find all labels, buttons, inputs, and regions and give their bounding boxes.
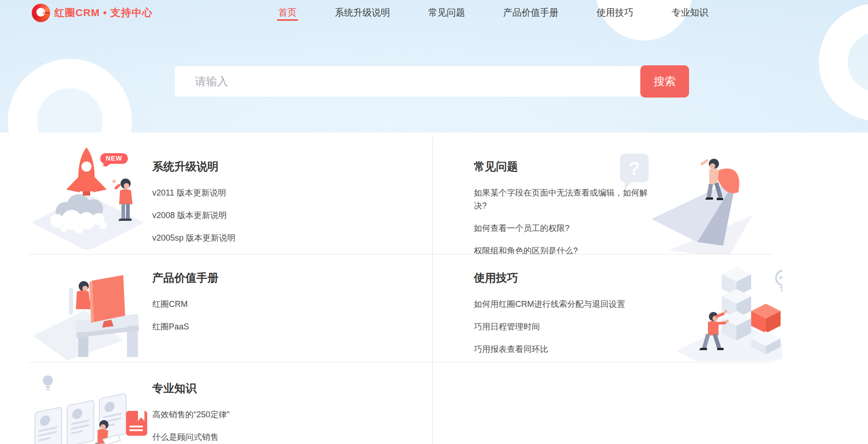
desk-illustration-wrap (29, 254, 144, 362)
search-input[interactable] (175, 66, 643, 97)
new-badge: NEW (100, 153, 128, 164)
nav-item-product-value[interactable]: 产品价值手册 (503, 0, 558, 25)
faq-texts: 常见问题 如果某个字段在页面中无法查看或编辑，如何解决? 如何查看一个员工的权限… (433, 133, 651, 254)
article-link[interactable]: 权限组和角色的区别是什么? (474, 244, 578, 254)
paper-plane-illustration: ? (619, 150, 766, 254)
article-link[interactable]: 红圈PaaS (152, 320, 189, 333)
section-title: 使用技巧 (474, 271, 651, 285)
article-link[interactable]: v2005sp 版本更新说明 (152, 231, 236, 244)
logo-crm-text: CRM (43, 12, 49, 14)
article-link[interactable]: 红圈CRM (152, 298, 188, 311)
product-value-texts: 产品价值手册 红圈CRM 红圈PaaS (152, 254, 218, 362)
red-cube (751, 304, 781, 333)
decor-ring-left (8, 59, 132, 133)
article-link[interactable]: 巧用日程管理时间 (474, 320, 540, 333)
nav-item-faq[interactable]: 常见问题 (428, 0, 465, 25)
question-bubble: ? (620, 154, 649, 190)
rocket-illustration-wrap: NEW (29, 133, 144, 254)
nav-item-system-upgrade[interactable]: 系统升级说明 (335, 0, 390, 25)
search-button[interactable]: 搜索 (640, 65, 689, 98)
support-center-page: CRM 红圈CRM • 支持中心 首页 系统升级说明 常见问题 产品价值手册 使… (0, 0, 868, 444)
section-tips: 使用技巧 如何用红圈CRM进行线索分配与退回设置 巧用日程管理时间 巧用报表查看… (433, 254, 782, 362)
site-title: 红圈CRM • 支持中心 (54, 6, 153, 20)
search-bar: 搜索 (175, 66, 689, 98)
section-product-value: 产品价值手册 红圈CRM 红圈PaaS (29, 254, 432, 362)
article-link[interactable]: v2011 版本更新说明 (152, 186, 226, 199)
documents-illustration-wrap (29, 362, 144, 444)
section-title: 专业知识 (152, 381, 230, 396)
hongquan-crm-logo-icon: CRM (32, 4, 50, 22)
knowledge-cards-illustration (30, 369, 159, 444)
tips-texts: 使用技巧 如何用红圈CRM进行线索分配与退回设置 巧用日程管理时间 巧用报表查看… (433, 254, 651, 362)
article-link[interactable]: 什么是顾问式销售 (152, 431, 218, 444)
article-link[interactable]: 如何用红圈CRM进行线索分配与退回设置 (474, 298, 625, 311)
article-link[interactable]: 如何查看一个员工的权限? (474, 222, 569, 235)
article-link[interactable]: v2008 版本更新说明 (152, 209, 227, 222)
article-link[interactable]: 高效销售的“250定律” (152, 408, 230, 421)
nav-item-tips[interactable]: 使用技巧 (597, 0, 633, 25)
section-title: 产品价值手册 (152, 271, 218, 285)
person-at-desk-illustration (33, 261, 144, 360)
section-system-upgrade: NEW (29, 133, 432, 254)
content-area: NEW (0, 133, 868, 444)
building-blocks-illustration (658, 262, 782, 361)
section-faq: 常见问题 如果某个字段在页面中无法查看或编辑，如何解决? 如何查看一个员工的权限… (433, 133, 782, 254)
article-link[interactable]: 巧用报表查看同环比 (474, 343, 548, 356)
brand[interactable]: CRM 红圈CRM • 支持中心 (32, 0, 153, 25)
rocket (66, 147, 107, 196)
main-nav: 首页 系统升级说明 常见问题 产品价值手册 使用技巧 专业知识 (278, 0, 708, 25)
nav-item-home[interactable]: 首页 (278, 0, 297, 25)
knowledge-texts: 专业知识 高效销售的“250定律” 什么是顾问式销售 (152, 362, 230, 444)
top-header: CRM 红圈CRM • 支持中心 首页 系统升级说明 常见问题 产品价值手册 使… (0, 0, 868, 25)
question-mark: ? (629, 158, 640, 179)
section-knowledge: 专业知识 高效销售的“250定律” 什么是顾问式销售 (29, 362, 432, 444)
lightbulb-icon (776, 271, 782, 290)
section-title: 系统升级说明 (152, 159, 236, 174)
nav-item-knowledge[interactable]: 专业知识 (672, 0, 708, 25)
red-book-icon (126, 411, 147, 436)
system-upgrade-texts: 系统升级说明 v2011 版本更新说明 v2008 版本更新说明 v2005sp… (152, 133, 236, 254)
lightbulb-icon-gray (43, 375, 53, 390)
